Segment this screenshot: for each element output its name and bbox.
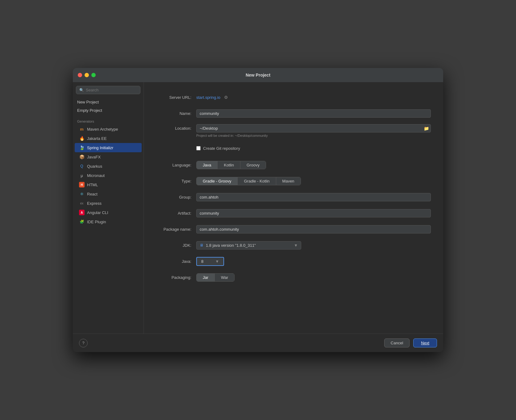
artifact-row: Artifact: — [156, 208, 431, 218]
generators-label: Generators — [73, 117, 144, 124]
react-icon: ⚛ — [79, 191, 85, 197]
sidebar-item-jakarta-ee[interactable]: 🔥 Jakarta EE — [75, 134, 142, 143]
type-gradle-kotlin-button[interactable]: Gradle - Kotlin — [238, 177, 276, 185]
html-icon: H — [79, 182, 85, 187]
sidebar-item-label: IDE Plugin — [87, 220, 106, 224]
location-label: Location: — [156, 126, 196, 131]
type-maven-button[interactable]: Maven — [276, 177, 301, 185]
server-url-label: Server URL: — [156, 95, 196, 100]
location-hint: Project will be created in: ~/Desktop/co… — [196, 134, 268, 137]
location-input[interactable] — [196, 124, 431, 132]
sidebar-item-empty-project[interactable]: Empty Project — [73, 106, 144, 115]
name-row: Name: — [156, 108, 431, 119]
package-name-input[interactable] — [196, 225, 431, 233]
sidebar-item-label: Empty Project — [77, 108, 102, 113]
java-select[interactable]: 8 ▼ — [196, 257, 224, 266]
sidebar-item-javafx[interactable]: 📦 JavaFX — [75, 152, 142, 162]
minimize-button[interactable] — [85, 73, 89, 77]
sidebar-item-label: Maven Archetype — [87, 127, 118, 132]
close-button[interactable] — [78, 73, 82, 77]
sidebar-item-maven-archetype[interactable]: m Maven Archetype — [75, 124, 142, 134]
packaging-label: Packaging: — [156, 275, 196, 280]
language-kotlin-button[interactable]: Kotlin — [218, 161, 240, 169]
next-button[interactable]: Next — [413, 338, 437, 347]
sidebar-item-react[interactable]: ⚛ React — [75, 189, 142, 199]
java-row: Java: 8 ▼ — [156, 256, 431, 267]
server-url-value-container: start.spring.io ⚙ — [196, 94, 431, 100]
packaging-toggle-group: Jar War — [196, 273, 235, 282]
sidebar-item-angular-cli[interactable]: A Angular CLI — [75, 208, 142, 217]
package-name-label: Package name: — [156, 227, 196, 232]
package-name-input-container — [196, 225, 431, 233]
package-name-row: Package name: — [156, 224, 431, 234]
group-input[interactable] — [196, 193, 431, 201]
sidebar-item-ide-plugin[interactable]: 🧩 IDE Plugin — [75, 217, 142, 226]
create-git-checkbox[interactable] — [196, 146, 201, 150]
jdk-dropdown-arrow: ▼ — [294, 243, 298, 248]
location-row: Location: 📁 Project will be created in: … — [156, 124, 431, 137]
jakarta-icon: 🔥 — [79, 136, 85, 141]
spring-icon: 🍃 — [79, 145, 85, 150]
sidebar-item-express[interactable]: ex Express — [75, 199, 142, 208]
name-label: Name: — [156, 111, 196, 116]
jdk-label: JDK: — [156, 243, 196, 248]
language-toggle-group: Java Kotlin Groovy — [196, 161, 266, 169]
server-url-link[interactable]: start.spring.io — [196, 95, 220, 100]
java-select-container: 8 ▼ — [196, 257, 431, 266]
footer: ? Cancel Next — [73, 334, 443, 352]
sidebar-item-label: Micronaut — [87, 173, 105, 178]
jdk-icon: 🖥 — [200, 243, 203, 247]
packaging-war-button[interactable]: War — [215, 274, 234, 281]
language-toggle-container: Java Kotlin Groovy — [196, 161, 431, 169]
sidebar-item-label: JavaFX — [87, 155, 101, 159]
server-url-row: Server URL: start.spring.io ⚙ — [156, 92, 431, 103]
create-git-checkbox-row: Create Git repository — [196, 146, 431, 151]
maximize-button[interactable] — [91, 73, 96, 77]
jdk-select[interactable]: 🖥 1.8 java version "1.8.0_311" ▼ — [196, 241, 301, 250]
jdk-row: JDK: 🖥 1.8 java version "1.8.0_311" ▼ — [156, 240, 431, 250]
language-java-button[interactable]: Java — [197, 161, 218, 169]
top-items: New Project Empty Project — [73, 98, 144, 117]
titlebar: New Project — [73, 68, 443, 82]
location-inner: Location: 📁 — [156, 124, 431, 132]
search-box[interactable]: 🔍 — [76, 86, 140, 94]
generator-items: m Maven Archetype 🔥 Jakarta EE 🍃 Spring … — [73, 124, 144, 229]
type-label: Type: — [156, 179, 196, 183]
search-input[interactable] — [86, 88, 137, 92]
sidebar-item-micronaut[interactable]: μ Micronaut — [75, 171, 142, 180]
sidebar-item-label: Angular CLI — [87, 210, 108, 215]
name-input-container — [196, 109, 431, 118]
micronaut-icon: μ — [79, 173, 85, 178]
angular-icon: A — [79, 210, 85, 215]
body: 🔍 New Project Empty Project Generators m… — [73, 82, 443, 334]
search-icon: 🔍 — [79, 88, 84, 92]
server-url-settings-button[interactable]: ⚙ — [223, 94, 229, 100]
sidebar-item-quarkus[interactable]: Q Quarkus — [75, 162, 142, 171]
language-label: Language: — [156, 163, 196, 167]
java-value: 8 — [201, 259, 203, 264]
main-content: Server URL: start.spring.io ⚙ Name: Loca… — [144, 82, 443, 334]
name-input[interactable] — [196, 109, 431, 118]
browse-folder-button[interactable]: 📁 — [424, 126, 429, 131]
artifact-input[interactable] — [196, 209, 431, 217]
ide-plugin-icon: 🧩 — [79, 219, 85, 225]
packaging-row: Packaging: Jar War — [156, 272, 431, 283]
cancel-button[interactable]: Cancel — [384, 338, 410, 347]
sidebar-item-label: Express — [87, 201, 102, 206]
type-gradle-groovy-button[interactable]: Gradle - Groovy — [197, 177, 238, 185]
group-row: Group: — [156, 192, 431, 202]
help-button[interactable]: ? — [79, 339, 88, 347]
location-input-wrap: 📁 — [196, 124, 431, 132]
create-git-container: Create Git repository — [196, 146, 431, 151]
sidebar-item-spring-initializr[interactable]: 🍃 Spring Initializr — [75, 143, 142, 152]
packaging-toggle-container: Jar War — [196, 273, 431, 282]
new-project-dialog: New Project 🔍 New Project Empty Project … — [73, 68, 443, 352]
language-groovy-button[interactable]: Groovy — [240, 161, 266, 169]
artifact-input-container — [196, 209, 431, 217]
sidebar-item-label: HTML — [87, 183, 98, 187]
artifact-label: Artifact: — [156, 211, 196, 216]
sidebar-item-html[interactable]: H HTML — [75, 180, 142, 189]
packaging-jar-button[interactable]: Jar — [197, 274, 215, 281]
type-row: Type: Gradle - Groovy Gradle - Kotlin Ma… — [156, 176, 431, 186]
sidebar-item-new-project[interactable]: New Project — [73, 98, 144, 106]
